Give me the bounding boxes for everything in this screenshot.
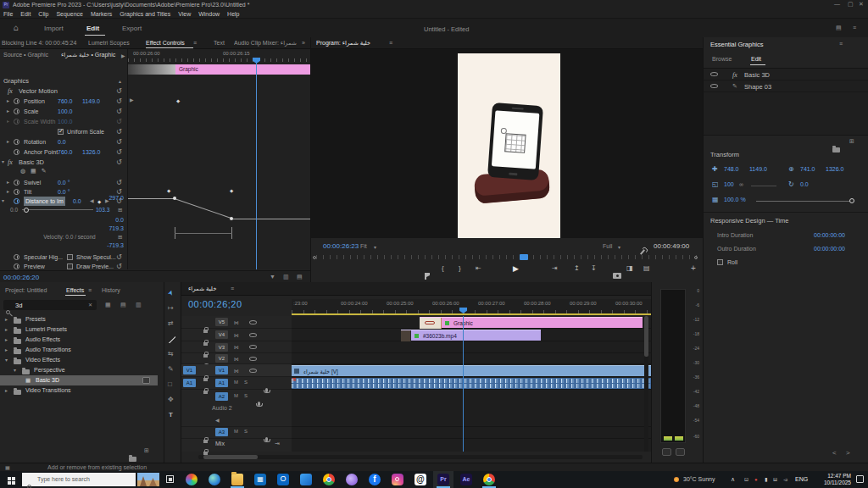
- tray-defender-icon[interactable]: ●: [754, 471, 758, 488]
- param-value[interactable]: 0.0 °: [58, 187, 70, 197]
- stopwatch-icon[interactable]: [14, 98, 19, 104]
- search-input[interactable]: 3d: [15, 302, 22, 309]
- ec-source-label[interactable]: Source • Graphic: [3, 52, 48, 58]
- eg-rotation-value[interactable]: 0.0: [800, 181, 809, 187]
- tab-text[interactable]: Text: [214, 37, 225, 48]
- slip-tool-icon[interactable]: ⇆: [168, 350, 174, 358]
- stopwatch-icon[interactable]: [14, 254, 19, 260]
- track-name-badge[interactable]: V2: [215, 354, 228, 363]
- taskbar-app-vscode[interactable]: [296, 471, 316, 488]
- reset-icon[interactable]: ↺: [116, 97, 122, 106]
- eg-position-x[interactable]: 748.0: [724, 166, 739, 172]
- ripple-edit-tool-icon[interactable]: ⇄: [168, 319, 174, 327]
- eg-scale-value[interactable]: 100: [724, 181, 734, 187]
- value-slider-row[interactable]: 0.0 103.3 ⊞: [0, 205, 127, 214]
- menu-item-file[interactable]: File: [3, 11, 13, 17]
- tray-teams-icon[interactable]: ⊡: [744, 471, 748, 488]
- visibility-eye-icon[interactable]: [710, 84, 718, 88]
- sync-lock-icon[interactable]: ⋈: [234, 344, 239, 350]
- taskbar-app-threads[interactable]: @: [410, 471, 431, 488]
- reset-icon[interactable]: ↺: [116, 137, 122, 147]
- tab-edit-eg[interactable]: Edit: [751, 56, 761, 62]
- button-editor-button[interactable]: +: [691, 263, 696, 274]
- track-select-tool-icon[interactable]: ↦: [168, 304, 174, 312]
- value-slider-track[interactable]: [22, 209, 93, 210]
- effect-controls-panel-menu-icon[interactable]: ≡: [193, 37, 197, 48]
- track-header-mix[interactable]: Mix ⇥: [181, 439, 292, 451]
- reset-icon[interactable]: ↺: [116, 127, 122, 136]
- track-header-v1[interactable]: V1 V1⋈: [181, 364, 292, 377]
- param-value-x[interactable]: 760.0: [58, 97, 73, 106]
- scrollbar-thumb[interactable]: [203, 455, 258, 459]
- zoom-level-select[interactable]: Fit: [360, 243, 367, 249]
- param-position[interactable]: ▸ Position 760.0 1149.0 ↺: [0, 97, 127, 106]
- tree-item-lumetri-presets[interactable]: ▸Lumetri Presets: [0, 324, 158, 335]
- zoom-in-icon[interactable]: ▤: [297, 274, 303, 280]
- close-button[interactable]: ✕: [859, 1, 864, 8]
- expand-graph-icon[interactable]: ⊞: [118, 234, 122, 241]
- draw-preview-checkbox[interactable]: [67, 263, 73, 269]
- taskbar-app-facebook[interactable]: f: [364, 471, 385, 488]
- stopwatch-icon[interactable]: [14, 180, 19, 186]
- track-name-badge[interactable]: A2: [215, 392, 228, 401]
- eg-anchor-y[interactable]: 1326.0: [826, 166, 843, 172]
- scale-slider-track[interactable]: [751, 186, 776, 186]
- collapse-icon[interactable]: ▴: [119, 78, 121, 84]
- tree-item-audio-effects[interactable]: ▸Audio Effects: [0, 335, 158, 345]
- tab-history[interactable]: History: [102, 285, 120, 296]
- program-scrubber-ticks[interactable]: [316, 255, 698, 259]
- twirl-icon[interactable]: ▸: [7, 97, 9, 106]
- minimize-button[interactable]: —: [834, 1, 840, 7]
- multi-camera-button[interactable]: ▤: [643, 263, 650, 274]
- uniform-scale-checkbox[interactable]: [58, 129, 64, 135]
- outro-duration-value[interactable]: 00:00:00:00: [814, 246, 845, 252]
- track-header-v3[interactable]: V3⋈: [181, 341, 292, 353]
- mute-button[interactable]: M: [234, 380, 238, 385]
- tab-lumetri-scopes[interactable]: Lumetri Scopes: [88, 37, 130, 48]
- mute-button[interactable]: M: [234, 429, 238, 434]
- stopwatch-icon[interactable]: [14, 189, 19, 195]
- opacity-slider-track[interactable]: [756, 201, 853, 202]
- filter-yuv-icon[interactable]: ▥: [136, 302, 142, 308]
- track-header-a2[interactable]: A2 MS Audio 2 ◀: [181, 390, 292, 427]
- playback-resolution-select[interactable]: Full: [603, 243, 612, 249]
- twirl-icon[interactable]: ▸: [7, 178, 9, 187]
- rectangle-tool-icon[interactable]: □: [168, 380, 172, 388]
- menu-item-edit[interactable]: Edit: [20, 11, 31, 17]
- timeline-ruler[interactable]: :23:00 00:00:24:00 00:00:25:00 00:00:26:…: [292, 299, 651, 313]
- distance-keyframe-icon[interactable]: ◆: [230, 188, 233, 193]
- param-anchor-point[interactable]: Anchor Point 760.0 1326.0 ↺: [0, 147, 127, 157]
- clip-main-sequence[interactable]: خلية شمراء [V]: [292, 365, 651, 376]
- ec-timeline-toggle-icon[interactable]: ▶: [121, 53, 125, 58]
- taskbar-app-premiere-active[interactable]: Pr: [433, 471, 453, 488]
- filter-properties-icon[interactable]: ▼: [270, 274, 275, 280]
- mask-pen-icon[interactable]: ✎: [42, 168, 47, 174]
- timeline-panel-menu-icon[interactable]: ≡: [231, 283, 234, 294]
- position-keyframe-icon[interactable]: ◆: [176, 98, 180, 103]
- tab-blocking[interactable]: Blocking Line 4: 00:00:45:24: [2, 37, 83, 48]
- scroll-left-icon[interactable]: <: [832, 449, 837, 457]
- eg-layer-basic3d[interactable]: fx Basic 3D: [704, 69, 868, 80]
- track-header-a1[interactable]: A1 A1 MS: [181, 377, 292, 390]
- new-folder-icon[interactable]: [832, 147, 840, 152]
- param-uniform-scale[interactable]: Uniform Scale ↺: [0, 127, 127, 136]
- show-specular-checkbox[interactable]: [67, 254, 73, 260]
- taskbar-app-explorer[interactable]: [227, 471, 248, 488]
- new-layer-icon[interactable]: ⊞: [849, 138, 854, 145]
- taskbar-app-outlook[interactable]: O: [273, 471, 293, 488]
- twirl-icon[interactable]: ▾: [2, 158, 4, 167]
- track-name-badge[interactable]: V3: [215, 343, 228, 352]
- distance-keyframe-icon[interactable]: ◆: [167, 188, 170, 193]
- tray-volume-icon[interactable]: ◅: [783, 471, 787, 488]
- keyframe-nav-icon[interactable]: ◀: [215, 417, 220, 423]
- expand-graph-icon[interactable]: ⊞: [118, 205, 122, 214]
- track-header-v2[interactable]: V2⋈: [181, 353, 292, 364]
- clip-video-file[interactable]: #36023b.mp4: [401, 330, 541, 341]
- tree-item-audio-transitions[interactable]: ▸Audio Transitions: [0, 345, 158, 355]
- zoom-level-caret-icon[interactable]: ▾: [374, 244, 376, 250]
- eg-panel-menu-icon[interactable]: ≡: [839, 41, 843, 47]
- taskbar-app-edge[interactable]: [204, 471, 225, 488]
- ec-current-time[interactable]: 00:00:26:20: [3, 274, 39, 281]
- stopwatch-icon[interactable]: [14, 108, 19, 114]
- tree-item-presets[interactable]: ▸Presets: [0, 314, 158, 324]
